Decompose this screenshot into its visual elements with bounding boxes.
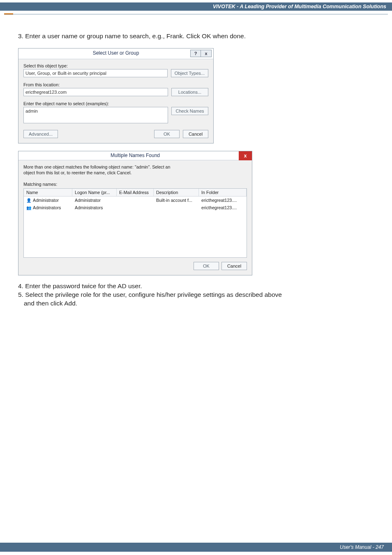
cancel-button[interactable]: Cancel (221, 262, 247, 270)
dialog-titlebar: Multiple Names Found x (18, 151, 252, 160)
help-icon[interactable]: ? (190, 50, 201, 57)
step-3-text: 3. Enter a user name or group name to se… (18, 32, 374, 41)
user-icon: Administrator (24, 197, 72, 204)
ok-button[interactable]: OK (194, 262, 219, 270)
help-text-line1: More than one object matches the followi… (23, 164, 247, 169)
label-from-location: From this location: (23, 82, 208, 87)
label-enter-object-name-post: ): (106, 101, 109, 106)
ok-button[interactable]: OK (154, 130, 180, 138)
advanced-button[interactable]: Advanced... (23, 130, 58, 138)
cell-description: Built-in account f... (154, 197, 199, 204)
cancel-button[interactable]: Cancel (183, 130, 208, 138)
list-item[interactable]: Administrators Administrators ericthegre… (24, 204, 247, 211)
label-matching-names: Matching names: (23, 182, 247, 187)
dialog-title: Multiple Names Found (111, 153, 160, 158)
locations-button[interactable]: Locations... (171, 88, 208, 96)
label-enter-object-name: Enter the object name to select (example… (23, 101, 208, 106)
label-enter-object-name-pre: Enter the object name to select ( (23, 101, 87, 106)
close-icon[interactable]: x (201, 50, 212, 57)
object-types-button[interactable]: Object Types... (171, 69, 208, 77)
cell-logon: Administrators (72, 204, 117, 211)
check-names-button[interactable]: Check Names (171, 107, 208, 115)
label-select-object-type: Select this object type: (23, 63, 208, 68)
object-name-input[interactable]: admin (23, 107, 168, 123)
list-item[interactable]: Administrator Administrator Built-in acc… (24, 197, 247, 204)
dialog-titlebar: Select User or Group ? x (18, 49, 213, 59)
col-logon[interactable]: Logon Name (pr... (72, 189, 117, 196)
cell-in-folder: ericthegreat123.... (199, 197, 247, 204)
footer-page-label: User's Manual - 247 (340, 543, 384, 552)
cell-description (154, 204, 199, 211)
cell-in-folder: ericthegreat123.... (199, 204, 247, 211)
close-icon[interactable]: x (239, 151, 252, 160)
list-header: Name Logon Name (pr... E-Mail Address De… (24, 189, 247, 197)
matching-names-list[interactable]: Name Logon Name (pr... E-Mail Address De… (23, 188, 247, 258)
step-4-text: 4. Enter the password twice for the AD u… (18, 282, 374, 291)
help-text-line2: object from this list or, to reenter the… (23, 170, 247, 175)
col-description[interactable]: Description (154, 189, 199, 196)
header-brand-text: VIVOTEK - A Leading Provider of Multimed… (213, 2, 386, 11)
object-type-field (23, 69, 168, 77)
page-content: 3. Enter a user name or group name to se… (0, 21, 392, 308)
cell-email (117, 204, 154, 211)
page-header: VIVOTEK - A Leading Provider of Multimed… (0, 0, 392, 21)
group-icon: Administrators (24, 204, 72, 211)
col-email[interactable]: E-Mail Address (117, 189, 154, 196)
dialog-title: Select User or Group (93, 50, 139, 56)
from-location-field (23, 88, 168, 96)
cell-email (117, 197, 154, 204)
col-in-folder[interactable]: In Folder (199, 189, 247, 196)
multiple-names-found-dialog: Multiple Names Found x More than one obj… (18, 151, 252, 275)
select-user-or-group-dialog: Select User or Group ? x Select this obj… (18, 48, 214, 143)
step-5-text-line1: 5. Select the privilege role for the use… (18, 291, 374, 299)
step-5-text-line2: and then click Add. (18, 299, 374, 308)
col-name[interactable]: Name (24, 189, 72, 196)
cell-logon: Administrator (72, 197, 117, 204)
footer-band (0, 543, 392, 552)
list-empty-space (24, 211, 247, 257)
header-rule (4, 14, 388, 14)
examples-link[interactable]: examples (87, 101, 106, 106)
